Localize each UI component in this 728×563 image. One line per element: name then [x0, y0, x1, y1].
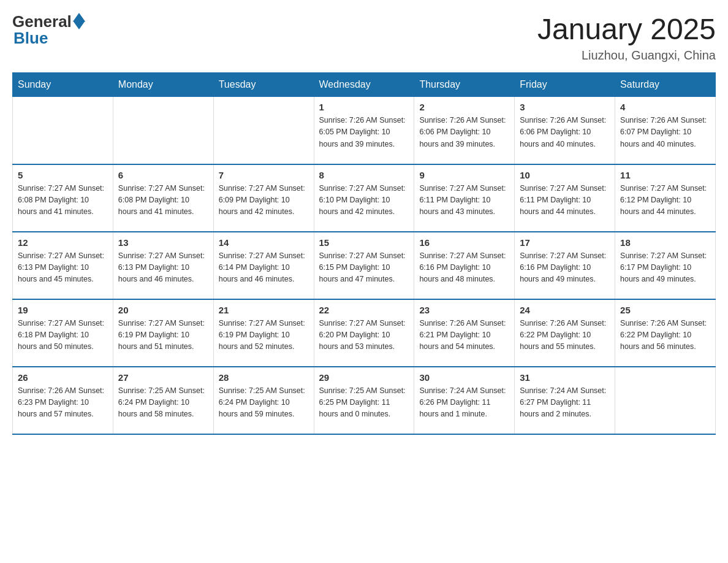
day-info: Sunrise: 7:27 AM Sunset: 6:11 PM Dayligh…: [520, 183, 610, 218]
day-number: 10: [520, 170, 610, 180]
calendar-week-row: 1Sunrise: 7:26 AM Sunset: 6:05 PM Daylig…: [13, 97, 716, 164]
title-section: January 2025 Liuzhou, Guangxi, China: [537, 12, 716, 63]
header-friday: Friday: [515, 73, 615, 97]
calendar-cell: 24Sunrise: 7:26 AM Sunset: 6:22 PM Dayli…: [515, 299, 615, 367]
day-number: 14: [219, 237, 309, 248]
day-info: Sunrise: 7:27 AM Sunset: 6:13 PM Dayligh…: [118, 250, 208, 286]
calendar-table: SundayMondayTuesdayWednesdayThursdayFrid…: [12, 72, 716, 435]
day-info: Sunrise: 7:24 AM Sunset: 6:26 PM Dayligh…: [419, 385, 509, 421]
day-number: 28: [219, 372, 309, 383]
day-info: Sunrise: 7:26 AM Sunset: 6:06 PM Dayligh…: [419, 115, 509, 150]
calendar-cell: [213, 97, 314, 164]
day-info: Sunrise: 7:27 AM Sunset: 6:13 PM Dayligh…: [18, 250, 108, 286]
day-info: Sunrise: 7:27 AM Sunset: 6:08 PM Dayligh…: [118, 183, 208, 218]
calendar-cell: 31Sunrise: 7:24 AM Sunset: 6:27 PM Dayli…: [515, 367, 615, 434]
calendar-week-row: 12Sunrise: 7:27 AM Sunset: 6:13 PM Dayli…: [13, 232, 716, 299]
logo: General Blue: [12, 12, 85, 48]
day-info: Sunrise: 7:26 AM Sunset: 6:23 PM Dayligh…: [18, 385, 108, 421]
logo-blue-text: Blue: [13, 29, 48, 48]
day-number: 8: [319, 170, 409, 180]
day-info: Sunrise: 7:26 AM Sunset: 6:05 PM Dayligh…: [319, 115, 409, 150]
day-info: Sunrise: 7:27 AM Sunset: 6:08 PM Dayligh…: [18, 183, 108, 218]
calendar-cell: [615, 367, 716, 434]
calendar-cell: 16Sunrise: 7:27 AM Sunset: 6:16 PM Dayli…: [414, 232, 515, 299]
header-sunday: Sunday: [13, 73, 113, 97]
day-info: Sunrise: 7:26 AM Sunset: 6:21 PM Dayligh…: [419, 318, 509, 353]
day-number: 16: [419, 237, 509, 248]
calendar-cell: 22Sunrise: 7:27 AM Sunset: 6:20 PM Dayli…: [314, 299, 414, 367]
calendar-cell: 8Sunrise: 7:27 AM Sunset: 6:10 PM Daylig…: [314, 164, 414, 232]
calendar-cell: 5Sunrise: 7:27 AM Sunset: 6:08 PM Daylig…: [13, 164, 113, 232]
calendar-cell: 11Sunrise: 7:27 AM Sunset: 6:12 PM Dayli…: [615, 164, 716, 232]
calendar-cell: [113, 97, 213, 164]
calendar-cell: 23Sunrise: 7:26 AM Sunset: 6:21 PM Dayli…: [414, 299, 515, 367]
day-number: 26: [18, 372, 108, 383]
day-number: 27: [118, 372, 208, 383]
calendar-cell: 21Sunrise: 7:27 AM Sunset: 6:19 PM Dayli…: [213, 299, 314, 367]
day-number: 24: [520, 305, 610, 315]
day-info: Sunrise: 7:27 AM Sunset: 6:16 PM Dayligh…: [520, 250, 610, 286]
calendar-cell: 9Sunrise: 7:27 AM Sunset: 6:11 PM Daylig…: [414, 164, 515, 232]
header-monday: Monday: [113, 73, 213, 97]
day-number: 17: [520, 237, 610, 248]
day-number: 31: [520, 372, 610, 383]
day-number: 5: [18, 170, 108, 180]
day-number: 18: [620, 237, 710, 248]
day-info: Sunrise: 7:27 AM Sunset: 6:18 PM Dayligh…: [18, 318, 108, 353]
day-number: 29: [319, 372, 409, 383]
calendar-cell: 29Sunrise: 7:25 AM Sunset: 6:25 PM Dayli…: [314, 367, 414, 434]
calendar-cell: 1Sunrise: 7:26 AM Sunset: 6:05 PM Daylig…: [314, 97, 414, 164]
day-info: Sunrise: 7:27 AM Sunset: 6:16 PM Dayligh…: [419, 250, 509, 286]
header-thursday: Thursday: [414, 73, 515, 97]
day-number: 30: [419, 372, 509, 383]
day-number: 23: [419, 305, 509, 315]
day-info: Sunrise: 7:26 AM Sunset: 6:06 PM Dayligh…: [520, 115, 610, 150]
calendar-cell: 4Sunrise: 7:26 AM Sunset: 6:07 PM Daylig…: [615, 97, 716, 164]
day-number: 1: [319, 102, 409, 112]
day-number: 20: [118, 305, 208, 315]
day-info: Sunrise: 7:27 AM Sunset: 6:09 PM Dayligh…: [219, 183, 309, 218]
day-number: 2: [419, 102, 509, 112]
day-info: Sunrise: 7:27 AM Sunset: 6:11 PM Dayligh…: [419, 183, 509, 218]
day-info: Sunrise: 7:27 AM Sunset: 6:12 PM Dayligh…: [620, 183, 710, 218]
calendar-week-row: 19Sunrise: 7:27 AM Sunset: 6:18 PM Dayli…: [13, 299, 716, 367]
header-saturday: Saturday: [615, 73, 716, 97]
day-number: 22: [319, 305, 409, 315]
calendar-cell: 2Sunrise: 7:26 AM Sunset: 6:06 PM Daylig…: [414, 97, 515, 164]
header-tuesday: Tuesday: [213, 73, 314, 97]
day-number: 15: [319, 237, 409, 248]
day-number: 21: [219, 305, 309, 315]
calendar-cell: 6Sunrise: 7:27 AM Sunset: 6:08 PM Daylig…: [113, 164, 213, 232]
calendar-cell: 13Sunrise: 7:27 AM Sunset: 6:13 PM Dayli…: [113, 232, 213, 299]
day-number: 9: [419, 170, 509, 180]
calendar-cell: 14Sunrise: 7:27 AM Sunset: 6:14 PM Dayli…: [213, 232, 314, 299]
day-number: 3: [520, 102, 610, 112]
calendar-cell: 10Sunrise: 7:27 AM Sunset: 6:11 PM Dayli…: [515, 164, 615, 232]
day-number: 19: [18, 305, 108, 315]
calendar-cell: 15Sunrise: 7:27 AM Sunset: 6:15 PM Dayli…: [314, 232, 414, 299]
day-info: Sunrise: 7:27 AM Sunset: 6:20 PM Dayligh…: [319, 318, 409, 353]
calendar-cell: 27Sunrise: 7:25 AM Sunset: 6:24 PM Dayli…: [113, 367, 213, 434]
day-info: Sunrise: 7:26 AM Sunset: 6:22 PM Dayligh…: [620, 318, 710, 353]
day-info: Sunrise: 7:27 AM Sunset: 6:17 PM Dayligh…: [620, 250, 710, 286]
day-info: Sunrise: 7:27 AM Sunset: 6:14 PM Dayligh…: [219, 250, 309, 286]
day-number: 4: [620, 102, 710, 112]
day-info: Sunrise: 7:27 AM Sunset: 6:10 PM Dayligh…: [319, 183, 409, 218]
calendar-cell: 30Sunrise: 7:24 AM Sunset: 6:26 PM Dayli…: [414, 367, 515, 434]
day-info: Sunrise: 7:25 AM Sunset: 6:25 PM Dayligh…: [319, 385, 409, 421]
calendar-cell: 17Sunrise: 7:27 AM Sunset: 6:16 PM Dayli…: [515, 232, 615, 299]
calendar-cell: [13, 97, 113, 164]
day-info: Sunrise: 7:27 AM Sunset: 6:15 PM Dayligh…: [319, 250, 409, 286]
calendar-cell: 19Sunrise: 7:27 AM Sunset: 6:18 PM Dayli…: [13, 299, 113, 367]
day-info: Sunrise: 7:26 AM Sunset: 6:22 PM Dayligh…: [520, 318, 610, 353]
calendar-week-row: 26Sunrise: 7:26 AM Sunset: 6:23 PM Dayli…: [13, 367, 716, 434]
calendar-cell: 28Sunrise: 7:25 AM Sunset: 6:24 PM Dayli…: [213, 367, 314, 434]
header-wednesday: Wednesday: [314, 73, 414, 97]
calendar-cell: 26Sunrise: 7:26 AM Sunset: 6:23 PM Dayli…: [13, 367, 113, 434]
day-number: 11: [620, 170, 710, 180]
day-number: 6: [118, 170, 208, 180]
calendar-cell: 18Sunrise: 7:27 AM Sunset: 6:17 PM Dayli…: [615, 232, 716, 299]
day-number: 7: [219, 170, 309, 180]
day-number: 13: [118, 237, 208, 248]
day-info: Sunrise: 7:26 AM Sunset: 6:07 PM Dayligh…: [620, 115, 710, 150]
